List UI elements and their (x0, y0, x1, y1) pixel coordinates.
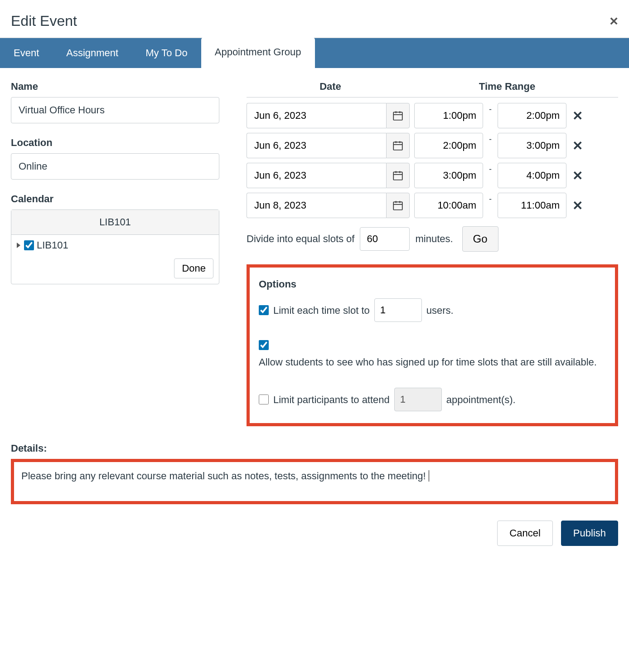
location-input[interactable] (11, 153, 219, 180)
remove-row-icon[interactable]: ✕ (571, 108, 584, 123)
date-input[interactable] (247, 163, 386, 188)
divide-minutes-input[interactable] (360, 227, 410, 251)
location-label: Location (11, 137, 219, 149)
name-input[interactable] (11, 97, 219, 123)
end-time-input[interactable] (498, 163, 566, 188)
calendar-icon[interactable] (386, 163, 410, 188)
tab-assignment[interactable]: Assignment (53, 38, 132, 68)
limit-slot-post: users. (426, 303, 454, 318)
datetime-header: Date Time Range (247, 81, 618, 97)
modal-title: Edit Event (11, 13, 77, 29)
details-label: Details: (11, 443, 618, 454)
tab-event[interactable]: Event (0, 38, 53, 68)
cancel-button[interactable]: Cancel (497, 521, 552, 546)
time-column-header: Time Range (414, 81, 600, 93)
date-input[interactable] (247, 193, 386, 218)
time-separator: - (488, 195, 493, 204)
limit-slot-input[interactable] (374, 298, 422, 322)
datetime-row: -✕ (247, 133, 618, 158)
datetime-row: -✕ (247, 193, 618, 218)
remove-row-icon[interactable]: ✕ (571, 198, 584, 213)
start-time-input[interactable] (414, 193, 483, 218)
calendar-label: Calendar (11, 193, 219, 205)
details-text: Please bring any relevant course materia… (21, 470, 426, 482)
svg-rect-0 (393, 112, 402, 120)
modal-header: Edit Event × (0, 0, 629, 38)
remove-row-icon[interactable]: ✕ (571, 138, 584, 153)
close-icon[interactable]: × (610, 13, 618, 29)
calendar-picker-header: LIB101 (11, 210, 219, 235)
go-button[interactable]: Go (462, 226, 498, 252)
calendar-item-checkbox[interactable] (24, 240, 34, 250)
calendar-icon[interactable] (386, 193, 410, 218)
tab-bar: Event Assignment My To Do Appointment Gr… (0, 38, 629, 68)
divide-label-post: minutes. (415, 233, 453, 245)
allow-see-label: Allow students to see who has signed up … (259, 355, 597, 370)
options-box: Options Limit each time slot to users. A… (247, 264, 618, 426)
limit-slot-checkbox[interactable] (259, 305, 269, 315)
calendar-picker: LIB101 LIB101 Done (11, 209, 219, 284)
name-label: Name (11, 81, 219, 93)
end-time-input[interactable] (498, 103, 566, 128)
date-input[interactable] (247, 133, 386, 158)
calendar-item-label: LIB101 (37, 239, 68, 251)
limit-participants-input (394, 388, 442, 411)
end-time-input[interactable] (498, 193, 566, 218)
limit-participants-checkbox[interactable] (259, 394, 269, 404)
date-input[interactable] (247, 103, 386, 128)
time-separator: - (488, 105, 493, 114)
divide-label-pre: Divide into equal slots of (247, 233, 354, 245)
end-time-input[interactable] (498, 133, 566, 158)
tab-appointment-group[interactable]: Appointment Group (201, 37, 315, 68)
datetime-row: -✕ (247, 103, 618, 128)
remove-row-icon[interactable]: ✕ (571, 168, 584, 183)
time-separator: - (488, 135, 493, 144)
svg-rect-30 (393, 202, 402, 209)
start-time-input[interactable] (414, 163, 483, 188)
datetime-row: -✕ (247, 163, 618, 188)
limit-participants-pre: Limit participants to attend (273, 392, 390, 407)
limit-participants-post: appointment(s). (446, 392, 516, 407)
calendar-item-row[interactable]: LIB101 (17, 239, 213, 251)
start-time-input[interactable] (414, 103, 483, 128)
done-button[interactable]: Done (174, 258, 213, 278)
options-heading: Options (259, 278, 606, 290)
start-time-input[interactable] (414, 133, 483, 158)
svg-rect-10 (393, 142, 402, 150)
calendar-icon[interactable] (386, 133, 410, 158)
time-separator: - (488, 165, 493, 174)
limit-slot-pre: Limit each time slot to (273, 303, 370, 318)
svg-rect-20 (393, 172, 402, 180)
calendar-icon[interactable] (386, 103, 410, 128)
tab-todo[interactable]: My To Do (132, 38, 201, 68)
publish-button[interactable]: Publish (561, 521, 618, 546)
details-textarea[interactable]: Please bring any relevant course materia… (11, 459, 618, 504)
caret-right-icon (17, 243, 20, 248)
allow-see-checkbox[interactable] (259, 340, 269, 350)
date-column-header: Date (247, 81, 414, 93)
